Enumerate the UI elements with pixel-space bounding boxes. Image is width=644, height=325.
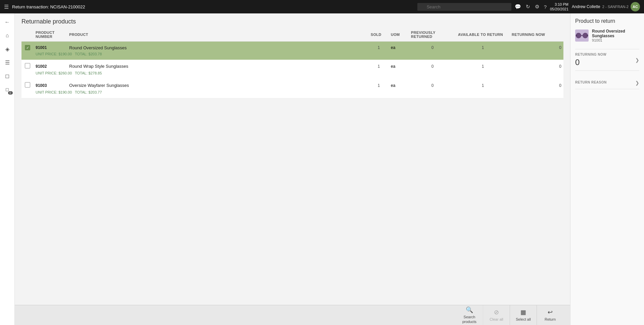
row-available-to-return: 1 <box>456 42 510 51</box>
row-returning-now: 0 <box>510 79 563 89</box>
table-area: PRODUCT NUMBER PRODUCT SOLD UOM PREVIOUS… <box>15 28 570 305</box>
refresh-icon[interactable]: ↻ <box>526 4 530 10</box>
product-thumbnail <box>575 30 589 42</box>
row-checkbox-cell[interactable] <box>21 79 34 89</box>
clear-all-label: Clear all <box>490 317 503 322</box>
home-icon[interactable]: ⌂ <box>1 30 13 42</box>
row-checkbox-cell[interactable]: ✓ <box>21 42 34 51</box>
row-product-number: 91002 <box>34 60 67 70</box>
returning-now-chevron: ❯ <box>635 57 639 63</box>
page-header: Returnable products <box>15 13 570 28</box>
right-panel: Product to return Round Oversized Sungla… <box>570 13 644 325</box>
time-text: 3:10 PM <box>550 2 568 7</box>
content-area: Returnable products PRODUCT NUMBER PRODU… <box>15 13 570 325</box>
row-product-number: 91001 <box>34 42 67 51</box>
left-sidebar: ← ⌂ ◈ ☰ ◻ ◻ 0 <box>0 13 15 325</box>
row-available-to-return: 1 <box>456 79 510 89</box>
col-number-header: PRODUCT NUMBER <box>34 28 67 42</box>
table-row[interactable]: 91002 Round Wrap Style Sunglasses 1 ea 0… <box>21 60 563 70</box>
select-all-icon: ▦ <box>520 309 526 316</box>
table-header: PRODUCT NUMBER PRODUCT SOLD UOM PREVIOUS… <box>21 28 563 42</box>
date-text: 05/20/2021 <box>550 7 568 11</box>
row-product-name: Oversize Wayfarer Sunglasses <box>67 79 369 89</box>
row-uom: ea <box>389 60 409 70</box>
table-row-sub: UNIT PRICE: $190.00 TOTAL: $203.78 <box>21 51 563 60</box>
search-products-button[interactable]: 🔍 Searchproducts <box>456 305 483 325</box>
svg-rect-3 <box>576 35 577 36</box>
return-button[interactable]: ↩ Return <box>537 305 563 325</box>
row-uom: ea <box>389 79 409 89</box>
row-sold: 1 <box>369 60 389 70</box>
avatar[interactable]: AC <box>631 2 640 11</box>
sunglasses-icon <box>575 31 589 40</box>
row-previously-returned: 0 <box>409 60 456 70</box>
menu-icon[interactable]: ☰ <box>4 4 9 10</box>
badge-count: 0 <box>8 91 13 95</box>
preview-product-id: 91001 <box>592 38 639 42</box>
return-reason-label: RETURN REASON <box>575 80 607 84</box>
apps-icon[interactable]: ◈ <box>1 43 13 55</box>
return-reason-row[interactable]: RETURN REASON ❯ <box>575 77 639 89</box>
badge-icon[interactable]: ◻ 0 <box>1 83 13 95</box>
clear-all-button: ⊘ Clear all <box>483 305 510 325</box>
returning-now-row[interactable]: RETURNING NOW 0 ❯ <box>575 49 639 71</box>
store-info: 2 - SANFRAN-2 <box>602 5 629 9</box>
col-product-header: PRODUCT <box>67 28 369 42</box>
row-available-to-return: 1 <box>456 60 510 70</box>
row-product-number: 91003 <box>34 79 67 89</box>
notes-icon[interactable]: ☰ <box>1 56 13 68</box>
clock-display: 3:10 PM 05/20/2021 <box>550 2 568 12</box>
table-row[interactable]: 91003 Oversize Wayfarer Sunglasses 1 ea … <box>21 79 563 89</box>
user-info: Andrew Collette 2 - SANFRAN-2 AC <box>572 2 640 11</box>
row-previously-returned: 0 <box>409 79 456 89</box>
col-avail-header: AVAILABLE TO RETURN <box>456 28 510 42</box>
clear-all-icon: ⊘ <box>494 309 499 316</box>
top-bar-icons: 💬 ↻ ⚙ ? <box>515 4 547 10</box>
help-icon[interactable]: ? <box>544 4 547 10</box>
col-sold-header: SOLD <box>369 28 389 42</box>
preview-product-name: Round Oversized Sunglasses <box>592 29 639 38</box>
return-reason-section: RETURN REASON ❯ <box>575 77 639 89</box>
cart-icon[interactable]: ◻ <box>1 70 13 82</box>
row-checkbox[interactable]: ✓ <box>25 45 30 50</box>
returning-now-value: 0 <box>575 58 606 67</box>
select-all-label: Select all <box>516 317 531 322</box>
search-products-icon: 🔍 <box>466 306 473 314</box>
chat-icon[interactable]: 💬 <box>515 4 521 10</box>
col-check-header <box>21 28 34 42</box>
col-prev-header: PREVIOUSLY RETURNED <box>409 28 456 42</box>
row-sold: 1 <box>369 79 389 89</box>
col-uom-header: UOM <box>389 28 409 42</box>
right-panel-title: Product to return <box>575 18 639 24</box>
user-name: Andrew Collette <box>572 4 600 9</box>
row-checkbox[interactable] <box>25 63 30 68</box>
returning-now-label: RETURNING NOW <box>575 53 606 56</box>
return-reason-chevron: ❯ <box>635 80 639 86</box>
returning-now-section: RETURNING NOW 0 ❯ <box>575 49 639 71</box>
select-all-button[interactable]: ▦ Select all <box>510 305 537 325</box>
page-title: Returnable products <box>21 18 563 25</box>
bottom-bar: 🔍 Searchproducts ⊘ Clear all ▦ Select al… <box>15 305 570 325</box>
row-uom: ea <box>389 42 409 51</box>
search-wrapper: 🔍 <box>417 3 511 11</box>
svg-rect-4 <box>587 35 588 36</box>
row-sold: 1 <box>369 42 389 51</box>
row-checkbox[interactable] <box>25 82 30 88</box>
table-row[interactable]: ✓ 91001 Round Oversized Sunglasses 1 ea … <box>21 42 563 51</box>
main-layout: ← ⌂ ◈ ☰ ◻ ◻ 0 Returnable products PRODUC… <box>0 13 644 325</box>
table-row-sub: UNIT PRICE: $190.00 TOTAL: $203.77 <box>21 89 563 98</box>
table-body: ✓ 91001 Round Oversized Sunglasses 1 ea … <box>21 42 563 98</box>
col-returning-header: RETURNING NOW <box>510 28 563 42</box>
table-row-sub: UNIT PRICE: $260.00 TOTAL: $278.85 <box>21 70 563 79</box>
row-checkbox-cell[interactable] <box>21 60 34 70</box>
search-products-label: Searchproducts <box>462 315 476 324</box>
global-search-input[interactable] <box>417 3 511 11</box>
products-table: PRODUCT NUMBER PRODUCT SOLD UOM PREVIOUS… <box>21 28 563 98</box>
settings-icon[interactable]: ⚙ <box>535 4 539 10</box>
back-icon[interactable]: ← <box>1 16 13 28</box>
row-returning-now: 0 <box>510 42 563 51</box>
row-previously-returned: 0 <box>409 42 456 51</box>
transaction-title: Return transaction: NCISAN-2100022 <box>12 4 414 9</box>
return-icon: ↩ <box>548 309 553 316</box>
return-label: Return <box>545 317 556 322</box>
